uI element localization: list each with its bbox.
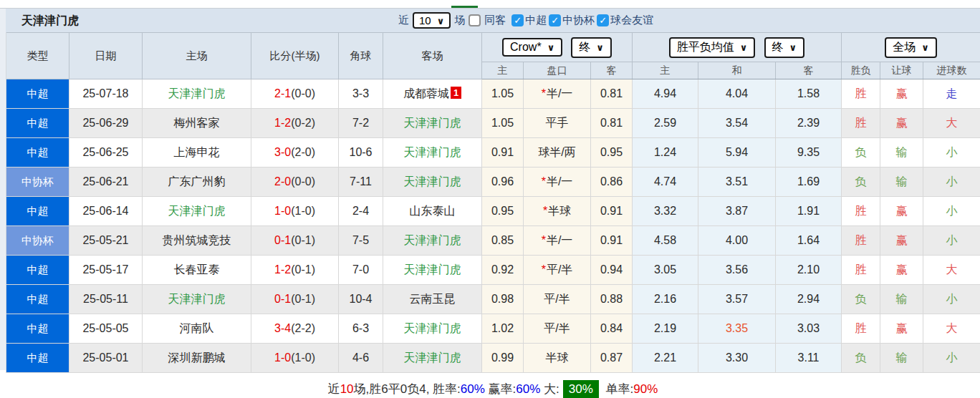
home-team-name[interactable]: 深圳新鹏城 (168, 351, 226, 364)
away-team[interactable]: 天津津门虎 (383, 226, 482, 256)
home-team-name[interactable]: 广东广州豹 (168, 175, 226, 188)
fulltime-score: 2-1 (274, 87, 291, 100)
home-team-name[interactable]: 梅州客家 (174, 117, 220, 129)
chevron-down-icon (596, 41, 604, 54)
matches-label: 场 (454, 14, 465, 27)
col-away: 客场 (383, 33, 482, 79)
league-filter-1[interactable]: 中协杯 (549, 14, 595, 27)
result-winloss: 胜 (842, 109, 880, 138)
eu-draw-cell: 3.51 (698, 168, 776, 197)
scope-select[interactable]: 全场 (885, 37, 937, 58)
summary-segment: 30% (563, 380, 599, 398)
euro-odds-time-select[interactable]: 终 (764, 37, 805, 58)
star-marker: * (543, 205, 547, 217)
match-date: 25-06-21 (69, 168, 143, 197)
same-venue-checkbox[interactable] (469, 14, 481, 26)
subcol-ah-home: 主 (482, 62, 524, 79)
fulltime-score: 3-4 (274, 322, 291, 334)
col-score: 比分(半场) (251, 33, 339, 79)
away-team[interactable]: 天津津门虎 (383, 344, 482, 373)
match-date: 25-05-21 (69, 226, 143, 256)
away-team-name[interactable]: 天津津门虎 (404, 263, 461, 276)
ah-away-odds: 0.91 (591, 197, 633, 226)
avg-odds-select[interactable]: 胜平负均值 (669, 37, 756, 58)
away-team[interactable]: 云南玉昆 (383, 285, 482, 314)
home-team[interactable]: 天津津门虎 (143, 197, 251, 226)
away-team[interactable]: 天津津门虎 (383, 109, 482, 138)
away-team-name[interactable]: 天津津门虎 (404, 117, 461, 129)
home-team-name[interactable]: 长春亚泰 (174, 263, 220, 276)
away-team-name[interactable]: 天津津门虎 (404, 351, 461, 364)
home-team-name[interactable]: 天津津门虎 (168, 87, 226, 100)
home-team[interactable]: 广东广州豹 (143, 168, 251, 197)
match-date: 25-05-17 (69, 256, 143, 285)
result-handicap: 赢 (880, 314, 923, 344)
ah-home-odds: 0.98 (482, 285, 524, 314)
result-winloss: 负 (842, 168, 880, 197)
away-team[interactable]: 天津津门虎 (383, 168, 482, 197)
halftime-score: (0-0) (291, 175, 315, 188)
ah-away-odds: 0.87 (591, 344, 633, 373)
table-row: 中超 25-05-11 天津津门虎 0-1(0-1) 10-4 云南玉昆 0.9… (6, 285, 980, 314)
table-row: 中协杯 25-05-21 贵州筑城竞技 0-1(0-1) 7-5 天津津门虎 0… (6, 226, 980, 256)
home-team[interactable]: 河南队 (143, 314, 251, 344)
home-team[interactable]: 贵州筑城竞技 (143, 226, 251, 256)
league-filter-2[interactable]: 球会友谊 (597, 14, 653, 27)
ah-away-odds: 0.81 (591, 79, 633, 109)
away-team[interactable]: 天津津门虎 (383, 314, 482, 344)
title-bar: 天津津门虎 近 10 场 同客 中超中协杯球会友谊 (6, 9, 980, 32)
eu-draw-odds: 3.51 (726, 175, 748, 188)
summary-segment: 90% (633, 382, 658, 396)
away-team-name[interactable]: 天津津门虎 (404, 322, 461, 334)
result-goals: 小 (923, 344, 980, 373)
recent-count-select[interactable]: 10 (413, 12, 451, 29)
euro-odds-group: 胜平负均值 终 (633, 33, 842, 62)
halftime-score: (2-0) (291, 146, 315, 158)
away-team[interactable]: 成都蓉城1 (383, 79, 482, 109)
halftime-score: (0-1) (291, 293, 315, 305)
asian-odds-time-value: 终 (579, 40, 590, 55)
away-team-name[interactable]: 天津津门虎 (404, 175, 461, 188)
recent-count-value: 10 (419, 14, 431, 26)
table-row: 中超 25-05-17 长春亚泰 1-2(0-1) 7-0 天津津门虎 0.92… (6, 256, 980, 285)
odds-company-select[interactable]: Crow* (502, 38, 562, 57)
away-team-name[interactable]: 云南玉昆 (410, 293, 456, 305)
eu-home-odds: 2.16 (633, 285, 698, 314)
home-team[interactable]: 长春亚泰 (143, 256, 251, 285)
score: 3-4(2-2) (251, 314, 339, 344)
ah-line: *半/一 (524, 226, 591, 256)
result-group: 全场 (842, 33, 980, 62)
away-team-name[interactable]: 成都蓉城 (403, 87, 449, 100)
checkbox-checked[interactable] (549, 14, 561, 26)
away-team[interactable]: 天津津门虎 (383, 138, 482, 168)
away-team[interactable]: 天津津门虎 (383, 256, 482, 285)
home-team[interactable]: 天津津门虎 (143, 79, 251, 109)
home-team[interactable]: 深圳新鹏城 (143, 344, 251, 373)
filter-controls: 近 10 场 同客 中超中协杯球会友谊 (398, 9, 653, 32)
checkbox-checked[interactable] (511, 14, 524, 26)
home-team[interactable]: 梅州客家 (143, 109, 251, 138)
checkbox-checked[interactable] (597, 14, 609, 26)
subcol-eu-away: 客 (776, 62, 842, 79)
home-team[interactable]: 上海申花 (143, 138, 251, 168)
away-team[interactable]: 山东泰山 (383, 197, 482, 226)
home-team-name[interactable]: 上海申花 (174, 146, 220, 158)
away-team-name[interactable]: 天津津门虎 (404, 146, 461, 158)
home-team-name[interactable]: 贵州筑城竞技 (163, 234, 231, 246)
away-team-name[interactable]: 山东泰山 (410, 205, 456, 217)
home-team-name[interactable]: 河南队 (180, 322, 214, 334)
score: 2-1(0-0) (251, 79, 339, 109)
league-filter-label: 中超 (525, 14, 547, 27)
match-date: 25-06-25 (69, 138, 143, 168)
ah-line: *半/一 (524, 79, 591, 109)
eu-home-odds: 2.21 (633, 344, 698, 373)
league-type-badge: 中超 (6, 285, 69, 314)
league-type-badge: 中超 (6, 197, 69, 226)
away-team-name[interactable]: 天津津门虎 (404, 234, 461, 246)
league-filter-0[interactable]: 中超 (511, 14, 547, 27)
asian-odds-time-select[interactable]: 终 (571, 37, 612, 58)
home-team-name[interactable]: 天津津门虎 (168, 205, 226, 217)
home-team[interactable]: 天津津门虎 (143, 285, 251, 314)
home-team-name[interactable]: 天津津门虎 (168, 293, 226, 305)
summary-segment: 赢率: (485, 382, 516, 396)
